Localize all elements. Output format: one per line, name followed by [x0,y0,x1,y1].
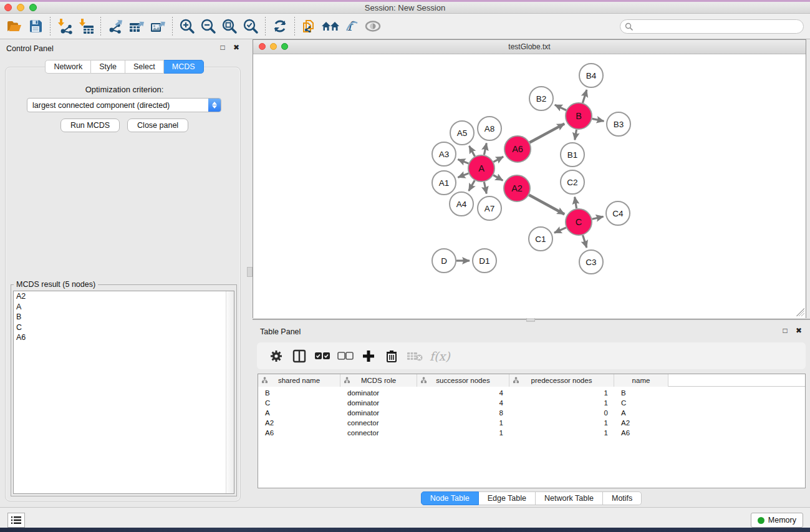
edge-A2-C[interactable] [529,195,564,215]
table-row[interactable]: A6connector11A6 [258,428,805,438]
edge-C-C3[interactable] [583,235,587,248]
cell-predecessor-nodes[interactable]: 1 [509,428,614,438]
close-panel-button[interactable]: Close panel [127,118,188,132]
edge-A-A2[interactable] [493,175,503,181]
gear-icon[interactable] [264,346,287,367]
open-icon[interactable] [4,16,25,36]
edge-B-B2[interactable] [555,105,566,110]
node-A4[interactable]: A4 [450,192,473,216]
node-A5[interactable]: A5 [450,121,474,145]
edge-A-A7[interactable] [484,182,486,194]
vertical-splitter-handle[interactable] [247,267,253,277]
graphics-details-icon[interactable]: f [341,16,362,36]
cell-successor-nodes[interactable]: 4 [417,398,509,408]
mcds-result-item[interactable]: A2 [14,291,234,302]
column-header-mcds-role[interactable]: MCDS role [340,374,417,387]
float-panel-icon[interactable]: □ [781,327,789,334]
edge-C-C2[interactable] [575,197,577,209]
node-B[interactable]: B [566,103,592,129]
cell-predecessor-nodes[interactable]: 1 [509,398,614,408]
edge-A-A1[interactable] [458,173,468,178]
apply-layout-icon[interactable] [269,16,291,36]
export-image-icon[interactable] [147,16,168,36]
cell-mcds-role[interactable]: dominator [340,388,417,398]
search-input[interactable] [620,19,804,34]
node-A8[interactable]: A8 [478,117,501,140]
close-panel-icon[interactable]: ✖ [233,44,240,51]
close-panel-icon[interactable]: ✖ [795,327,803,334]
node-C4[interactable]: C4 [606,201,630,225]
add-column-icon[interactable] [357,346,380,367]
tab-select[interactable]: Select [125,60,164,74]
cell-successor-nodes[interactable]: 4 [417,388,509,398]
mcds-result-item[interactable]: C [14,322,234,333]
node-A[interactable]: A [468,155,494,181]
zoom-fit-icon[interactable] [219,16,240,36]
node-C[interactable]: C [566,209,592,235]
float-panel-icon[interactable]: □ [219,44,226,51]
column-header-successor-nodes[interactable]: successor nodes [417,374,509,387]
cell-shared-name[interactable]: A [258,408,340,418]
memory-button[interactable]: Memory [751,513,803,528]
column-header-predecessor-nodes[interactable]: predecessor nodes [509,374,614,387]
run-mcds-button[interactable]: Run MCDS [60,118,120,132]
table-row[interactable]: Bdominator41B [258,388,805,398]
split-columns-icon[interactable] [287,346,311,367]
node-C1[interactable]: C1 [529,227,552,251]
select-all-checkboxes-icon[interactable] [311,346,334,367]
edge-A-A8[interactable] [484,143,486,155]
tab-network[interactable]: Network [45,60,91,74]
mcds-result-scrollbar[interactable] [226,291,234,493]
edge-B-B3[interactable] [592,118,604,121]
node-A3[interactable]: A3 [432,142,456,166]
import-table-icon[interactable] [75,16,97,36]
tab-network-table[interactable]: Network Table [536,491,603,505]
node-B3[interactable]: B3 [607,112,630,136]
node-D[interactable]: D [432,249,456,273]
node-B4[interactable]: B4 [579,64,603,87]
delete-table-icon[interactable] [403,346,426,367]
node-A1[interactable]: A1 [432,171,456,195]
save-icon[interactable] [25,16,46,36]
table-row[interactable]: Cdominator41C [258,398,805,408]
export-network-icon[interactable] [105,16,126,36]
network-window-titlebar[interactable]: testGlobe.txt [253,40,806,54]
deselect-all-checkboxes-icon[interactable] [334,346,357,367]
cell-predecessor-nodes[interactable]: 0 [509,408,614,418]
mcds-result-item[interactable]: A [14,302,234,312]
table-row[interactable]: A2connector11A2 [258,418,805,428]
cybrowser-icon[interactable] [320,16,341,36]
edge-A-A4[interactable] [469,180,475,191]
cell-name[interactable]: A6 [614,428,668,438]
cell-predecessor-nodes[interactable]: 1 [509,418,614,428]
edge-C-C1[interactable] [554,228,566,233]
edge-B-B4[interactable] [582,90,586,103]
node-D1[interactable]: D1 [473,249,496,273]
import-network-icon[interactable] [54,16,75,36]
edge-A-A3[interactable] [458,160,468,164]
tab-mcds[interactable]: MCDS [164,60,204,74]
node-A7[interactable]: A7 [478,196,501,220]
network-canvas[interactable]: AA1A2A3A4A5A6A7A8BB1B2B3B4CC1C2C3C4DD1 [253,55,806,318]
table-row[interactable]: Adominator80A [258,408,805,418]
cell-successor-nodes[interactable]: 1 [417,418,509,428]
tab-motifs[interactable]: Motifs [603,491,642,505]
cell-shared-name[interactable]: C [258,398,340,408]
zoom-out-icon[interactable] [198,16,219,36]
node-C3[interactable]: C3 [579,250,603,274]
cell-name[interactable]: A2 [614,418,668,428]
cell-successor-nodes[interactable]: 8 [417,408,509,418]
tab-edge-table[interactable]: Edge Table [479,491,536,505]
cell-shared-name[interactable]: A2 [258,418,340,428]
node-B1[interactable]: B1 [561,143,584,167]
zoom-in-icon[interactable] [176,16,198,36]
mcds-result-item[interactable]: A6 [14,332,234,343]
cell-shared-name[interactable]: B [258,388,340,398]
window-resize-grip[interactable] [796,308,804,316]
mcds-result-item[interactable]: B [14,312,234,322]
cell-mcds-role[interactable]: dominator [340,398,417,408]
cell-mcds-role[interactable]: dominator [340,408,417,418]
cell-predecessor-nodes[interactable]: 1 [509,388,614,398]
edge-A-A6[interactable] [493,157,503,162]
node-B2[interactable]: B2 [529,87,553,110]
